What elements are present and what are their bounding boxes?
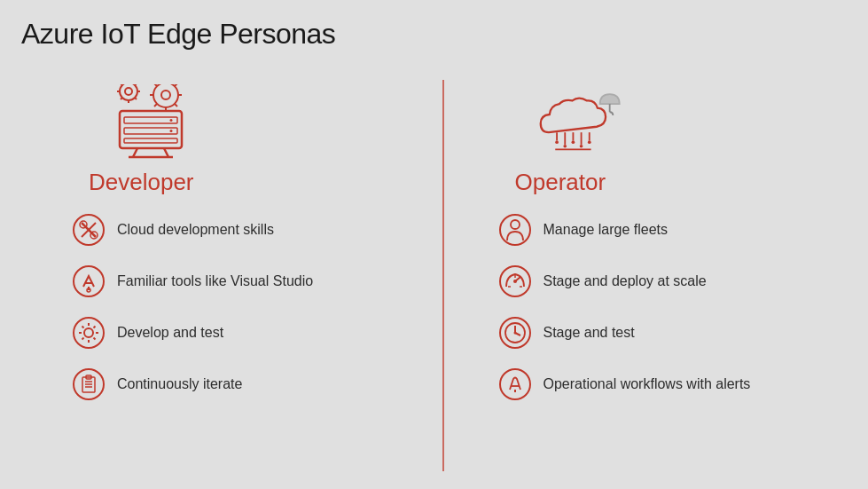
- page-title: Azure IoT Edge Personas: [21, 18, 335, 51]
- svg-point-61: [579, 145, 583, 148]
- svg-line-46: [82, 338, 84, 340]
- svg-point-37: [74, 318, 104, 348]
- svg-line-18: [121, 98, 122, 99]
- svg-line-16: [135, 98, 137, 99]
- person-icon: [497, 212, 533, 248]
- list-icon: [71, 367, 106, 402]
- developer-column: Developer Cloud development skills: [0, 71, 442, 489]
- svg-line-45: [94, 327, 96, 328]
- iterate-text: Continuously iterate: [117, 375, 242, 394]
- column-divider: [442, 80, 444, 471]
- svg-point-10: [125, 88, 132, 95]
- developer-items-list: Cloud development skills Familiar tools …: [71, 212, 442, 418]
- list-item: Develop and test: [71, 315, 442, 351]
- svg-point-66: [511, 220, 520, 229]
- svg-point-5: [170, 130, 173, 132]
- list-item: Manage large fleets: [497, 212, 869, 248]
- operator-items-list: Manage large fleets Stage a: [497, 212, 869, 418]
- operator-title: Operator: [515, 169, 606, 196]
- svg-point-4: [170, 119, 173, 122]
- svg-point-69: [513, 280, 517, 283]
- operator-persona-icon: [528, 84, 626, 164]
- svg-rect-3: [124, 138, 177, 143]
- svg-rect-2: [124, 128, 177, 134]
- svg-line-17: [135, 84, 137, 85]
- develop-test-text: Develop and test: [117, 324, 223, 343]
- operator-icon-area: [515, 80, 639, 169]
- wrench-icon: [71, 212, 106, 248]
- svg-line-15: [121, 84, 122, 85]
- gear-icon: [71, 315, 106, 351]
- svg-line-28: [154, 104, 157, 106]
- operator-column: Operator Manage large fleets: [444, 71, 869, 489]
- svg-line-26: [175, 104, 177, 106]
- list-item: Continuously iterate: [71, 367, 442, 402]
- list-item: Stage and deploy at scale: [497, 264, 869, 299]
- developer-icon-area: [89, 80, 213, 169]
- svg-point-38: [84, 328, 93, 337]
- svg-point-19: [153, 84, 178, 107]
- developer-persona-icon: [102, 84, 199, 164]
- list-item: Stage and test: [497, 315, 869, 351]
- svg-point-62: [587, 140, 590, 144]
- svg-point-78: [500, 369, 530, 399]
- svg-point-60: [571, 140, 575, 144]
- deploy-icon: [497, 264, 533, 299]
- svg-rect-1: [124, 117, 177, 123]
- list-item: Cloud development skills: [71, 212, 442, 248]
- svg-line-6: [133, 148, 137, 157]
- familiar-tools-text: Familiar tools like Visual Studio: [117, 272, 313, 291]
- svg-point-20: [161, 91, 170, 99]
- svg-point-77: [513, 332, 516, 335]
- workflow-icon: [497, 367, 533, 402]
- paint-icon: [71, 264, 106, 299]
- cloud-dev-text: Cloud development skills: [117, 221, 274, 240]
- svg-line-43: [82, 327, 84, 328]
- clock-icon: [497, 315, 533, 351]
- developer-title: Developer: [89, 169, 194, 196]
- manage-fleets-text: Manage large fleets: [543, 221, 669, 240]
- stage-test-text: Stage and test: [543, 324, 635, 343]
- list-item: Operational workflows with alerts: [497, 367, 869, 402]
- main-content: Developer Cloud development skills: [0, 71, 868, 489]
- list-item: Familiar tools like Visual Studio: [71, 264, 442, 299]
- svg-point-59: [563, 145, 567, 148]
- svg-line-7: [164, 148, 168, 157]
- svg-line-44: [94, 338, 96, 340]
- svg-line-25: [154, 84, 157, 86]
- svg-line-27: [175, 84, 177, 86]
- stage-deploy-text: Stage and deploy at scale: [543, 272, 707, 291]
- workflows-text: Operational workflows with alerts: [543, 375, 751, 394]
- svg-point-58: [555, 140, 559, 144]
